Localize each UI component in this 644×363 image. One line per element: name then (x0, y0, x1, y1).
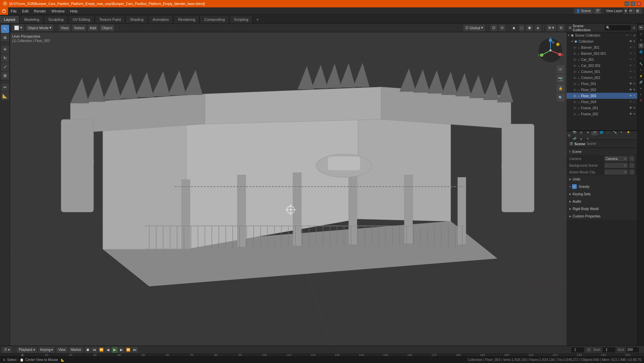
tree-floor-004[interactable]: ▷ △ Floor_004 👁 ↖ (567, 99, 637, 105)
view-layer-dropdown[interactable]: ▾ (624, 8, 628, 14)
bg-scene-props-icon[interactable]: → (629, 163, 635, 168)
playback-btn[interactable]: Playback ▾ (17, 347, 37, 353)
current-frame-input[interactable] (571, 347, 584, 353)
tool-cursor[interactable]: ⊕ (1, 34, 9, 42)
next-frame-btn[interactable]: ▶ (118, 347, 124, 353)
pib-data[interactable]: ▲ (638, 85, 644, 91)
eye-12[interactable]: 👁 (629, 112, 632, 116)
props-object-btn[interactable]: □ (605, 131, 611, 135)
tab-layout[interactable]: Layout (0, 16, 20, 23)
cam-4[interactable]: ↖ (633, 64, 636, 67)
tree-floor-001[interactable]: ▷ △ Floor_001 👁 ↖ (567, 81, 637, 87)
rigid-body-world-header[interactable]: ▶ Rigid Body World (567, 205, 637, 212)
props-viewlayer-btn[interactable]: ◈ (585, 131, 591, 135)
tree-scene-collection[interactable]: ▾ ◉ Scene Collection 👁 ↖ ◉ (567, 32, 637, 38)
cam-12[interactable]: ↖ (633, 112, 636, 116)
pib-output[interactable]: 🖨 (638, 31, 644, 36)
next-keyframe-btn[interactable]: ⏩ (125, 347, 131, 353)
render-preview-btn[interactable]: ● (535, 25, 541, 31)
menu-window[interactable]: Window (49, 7, 67, 14)
tree-car-001[interactable]: ▷ △ Car_001 👁 ↖ (567, 56, 637, 63)
movie-clip-props-icon[interactable]: → (629, 169, 635, 175)
pib-scene[interactable]: 🎬 (638, 43, 644, 48)
eye-8[interactable]: 👁 (629, 88, 632, 91)
props-render-btn[interactable]: 📷 (571, 131, 577, 135)
pib-object[interactable]: □ (638, 55, 644, 61)
cam-9[interactable]: ↖ (633, 94, 636, 97)
menu-help[interactable]: Help (67, 7, 80, 14)
eye-3[interactable]: 👁 (629, 58, 632, 61)
tab-modeling[interactable]: Modeling (20, 16, 44, 23)
tree-car-002[interactable]: ▷ △ Car_002.001 👁 ↖ (567, 63, 637, 69)
tool-scale[interactable]: ⤢ (1, 63, 9, 71)
cam-2[interactable]: ↖ (633, 52, 636, 55)
tree-column-001[interactable]: ▷ △ Column_001 👁 ↖ (567, 69, 637, 75)
material-preview-btn[interactable]: ◉ (526, 25, 533, 31)
tree-banner-001[interactable]: ▷ △ Banner_001 👁 ↖ (567, 44, 637, 50)
cam-7[interactable]: ↖ (633, 82, 636, 85)
prev-keyframe-btn[interactable]: ⏪ (98, 347, 104, 353)
eye-4[interactable]: 👁 (629, 64, 632, 67)
cam-6[interactable]: ↖ (633, 76, 636, 79)
pib-texture[interactable]: ⊞ (638, 97, 644, 103)
props-physics-btn[interactable]: ⚡ (625, 131, 631, 135)
close-button[interactable]: ✕ (637, 1, 641, 6)
tool-move[interactable]: ✛ (1, 45, 9, 53)
pib-viewlayer[interactable]: ◈ (638, 37, 644, 42)
overlay-btn[interactable]: ⊕ ▾ (546, 25, 556, 31)
tab-compositing[interactable]: Compositing (200, 16, 229, 23)
tab-animation[interactable]: Animation (149, 16, 174, 23)
transform-pivot-btn[interactable]: ⊡ Global ▾ (463, 25, 485, 31)
nav-search-btn[interactable]: 🔍 (557, 93, 565, 102)
keying-sets-header[interactable]: ▶ Keying Sets (567, 190, 637, 198)
tree-banner-002[interactable]: ▷ △ Banner_002.001 👁 ↖ (567, 50, 637, 56)
tool-annotate[interactable]: ✏ (1, 83, 9, 91)
frame-timing-icon[interactable]: ⏱ (586, 348, 591, 352)
tab-sculpting[interactable]: Sculpting (44, 16, 68, 23)
pib-constraints[interactable]: 🔗 (638, 79, 644, 85)
pib-physics[interactable]: ⚡ (638, 73, 644, 79)
snap-btn[interactable]: ⊡ (490, 25, 497, 31)
tool-transform[interactable]: ⊞ (1, 72, 9, 80)
tool-measure[interactable]: 📐 (1, 92, 9, 100)
active-object-icon[interactable]: 👤 Scene (574, 8, 593, 14)
orientation-gizmo[interactable]: Z X Y (537, 37, 564, 65)
jump-start-btn[interactable]: ⏮ (92, 347, 98, 353)
eye-6[interactable]: 👁 (629, 76, 632, 79)
view-btn[interactable]: View (56, 347, 68, 353)
object-menu-btn[interactable]: Object (100, 25, 114, 31)
stop-btn[interactable]: ⏹ (85, 347, 91, 353)
nav-perspective-btn[interactable]: ⊡ (557, 65, 565, 73)
tab-texture-paint[interactable]: Texture Paint (95, 16, 125, 23)
vis-render[interactable]: ◉ (633, 34, 636, 37)
eye-5[interactable]: 👁 (629, 70, 632, 73)
keying-btn[interactable]: Keying ▾ (38, 347, 55, 353)
outliner-search[interactable] (604, 25, 631, 31)
wireframe-btn[interactable]: ■ (511, 25, 517, 31)
pib-material[interactable]: ● (638, 91, 644, 97)
cam-11[interactable]: ↖ (633, 106, 636, 110)
tab-uv-editing[interactable]: UV Editing (69, 16, 95, 23)
tab-scripting[interactable]: Scripting (230, 16, 253, 23)
filter-icon-btn[interactable]: ⊞ (636, 8, 642, 14)
eye-1[interactable]: 👁 (629, 46, 632, 49)
gravity-checkbox[interactable]: ✓ (572, 184, 577, 189)
timeline-editor-type[interactable]: ⏱ ▾ (2, 347, 12, 353)
tree-frame-001[interactable]: ▷ △ Frame_001 👁 ↖ (567, 105, 637, 111)
eye-7[interactable]: 👁 (629, 82, 632, 85)
gravity-section-header[interactable]: ▾ ✓ Gravity (567, 183, 637, 190)
units-section-header[interactable]: ▶ Units (567, 175, 637, 183)
pib-render[interactable]: 📷 (638, 25, 644, 30)
pib-world[interactable]: 🌐 (638, 49, 644, 54)
proportional-btn[interactable]: ⊙ (499, 25, 506, 31)
3d-viewport[interactable]: User Perspective (1) Collection | Floor_… (10, 32, 567, 346)
tree-floor-003[interactable]: ▷ △ Floor_003 👁 ↖ (567, 93, 637, 99)
editor-type-button[interactable]: ⬜ ▾ (12, 25, 24, 31)
marker-btn[interactable]: Marker (69, 347, 83, 353)
custom-props-header[interactable]: ▶ Custom Properties (567, 212, 637, 220)
pib-particles[interactable]: ✦ (638, 67, 644, 73)
vis-select[interactable]: ↖ (630, 34, 632, 37)
col-eye[interactable]: 👁 (629, 40, 632, 43)
menu-edit[interactable]: Edit (20, 7, 31, 14)
outliner-filter-btn[interactable]: ⊜ (633, 26, 635, 30)
